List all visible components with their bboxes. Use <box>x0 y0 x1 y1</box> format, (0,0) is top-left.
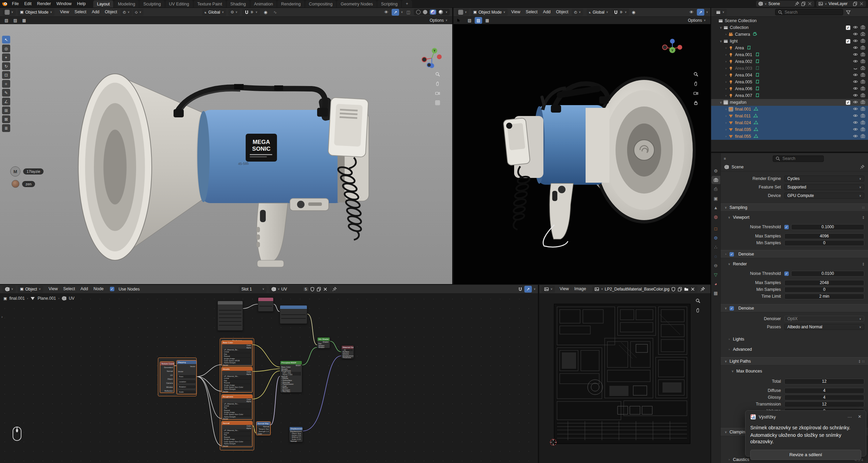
outliner-row-collection[interactable]: ∨Collection✓ <box>711 24 868 31</box>
value-noise-threshold[interactable]: 0.1000 <box>791 224 864 230</box>
tab-material[interactable]: ◕ <box>711 280 720 288</box>
show-overlays-toggle[interactable]: 👁 <box>382 9 390 16</box>
proportional-editing-toggle[interactable]: ◉ <box>630 9 637 16</box>
menu-image[interactable]: Image <box>572 285 589 293</box>
options-button-right[interactable]: Options∨ <box>686 18 708 23</box>
active-tool-cursor-icon[interactable] <box>456 18 461 23</box>
tab-object-data[interactable]: ▽ <box>711 270 720 279</box>
rcam-icon[interactable] <box>861 59 865 65</box>
include-checkbox[interactable]: ✓ <box>846 26 850 30</box>
transform-pivot-button[interactable]: ◴∨ <box>572 9 583 16</box>
node-unnamed[interactable] <box>258 297 274 312</box>
delete-viewlayer-icon[interactable] <box>859 1 864 6</box>
new-viewlayer-icon[interactable] <box>853 1 857 6</box>
pan-hand-icon[interactable] <box>693 81 698 86</box>
filter-funnel-icon[interactable] <box>846 10 851 15</box>
prop-light-paths[interactable]: ∨Light Paths‡ ∷ <box>721 357 868 365</box>
workspace-tab-rendering[interactable]: Rendering <box>277 0 305 8</box>
workspace-tab-animation[interactable]: Animation <box>250 0 277 8</box>
dropdown-passes[interactable]: Albedo and Normal∨ <box>784 324 864 330</box>
node-base-color[interactable]: Base ColorColorAlphaLP_Material_Ba...Lin… <box>222 341 252 366</box>
unlink-material-icon[interactable] <box>323 287 328 292</box>
menu-file[interactable]: File <box>9 0 21 8</box>
rcam-icon[interactable] <box>861 120 865 126</box>
rcam-icon[interactable] <box>861 45 865 51</box>
pan-hand-icon[interactable] <box>695 308 700 313</box>
eye-icon[interactable] <box>853 52 858 58</box>
rcam-icon[interactable] <box>861 100 865 105</box>
tab-constraints[interactable]: ⊖ <box>711 261 720 269</box>
workspace-tab-geometry-nodes[interactable]: Geometry Nodes <box>337 0 376 8</box>
tool-scale[interactable]: ⊡ <box>2 71 10 79</box>
shading-dropdown-icon[interactable]: ∨ <box>445 11 447 14</box>
outliner-row-area-005[interactable]: ›Area.005 <box>711 79 868 85</box>
menu-object[interactable]: Object <box>553 8 571 16</box>
prop-time-limit[interactable]: Time Limit2 min <box>724 293 864 299</box>
tool-mode-icon-3[interactable]: ▩ <box>20 17 28 24</box>
expand-arrow[interactable]: › <box>723 94 728 97</box>
zoom-icon[interactable] <box>693 72 698 77</box>
rcam-icon[interactable] <box>861 113 865 119</box>
menu-select[interactable]: Select <box>61 285 78 293</box>
prop-max-samples[interactable]: Max Samples2048 <box>724 280 864 286</box>
tab-tool[interactable]: ⚙ <box>711 167 720 175</box>
node-unnamed[interactable] <box>280 305 307 324</box>
workspace-tab-uv-editing[interactable]: UV Editing <box>165 0 193 8</box>
zoom-icon[interactable] <box>435 72 440 77</box>
rcam-icon[interactable] <box>861 134 865 139</box>
rcam-icon[interactable] <box>861 52 865 58</box>
eye-icon[interactable] <box>853 127 858 133</box>
outliner-row-area-007[interactable]: ›Area.007 <box>711 92 868 99</box>
workspace-tab-layout[interactable]: Layout <box>93 0 114 8</box>
eye-icon[interactable] <box>853 45 858 51</box>
prop-diffuse[interactable]: Diffuse4 <box>724 387 864 394</box>
workspace-tab-texture-paint[interactable]: Texture Paint <box>194 0 226 8</box>
value-noise-threshold[interactable]: 0.0100 <box>791 271 864 277</box>
workspace-tab-modeling[interactable]: Modeling <box>114 0 139 8</box>
transform-pivot-button[interactable]: ◴∨ <box>120 9 132 16</box>
value-min-samples[interactable]: 0 <box>784 240 864 246</box>
toggle-perspective-icon[interactable] <box>435 100 440 105</box>
prop-noise-threshold[interactable]: Noise Threshold✓0.1000 <box>724 224 864 230</box>
viewport-right-canvas[interactable]: Y <box>454 24 710 284</box>
node-header[interactable]: Mix Shader <box>317 337 330 341</box>
shading-wireframe-button[interactable] <box>416 10 421 14</box>
workspace-tab-shading[interactable]: Shading <box>227 0 250 8</box>
camera-view-icon[interactable] <box>693 91 698 96</box>
menu-view[interactable]: View <box>508 8 523 16</box>
outliner-row-area-003[interactable]: ›Area.003 <box>711 65 868 72</box>
rcam-disabled-icon[interactable] <box>861 66 865 71</box>
prop-total[interactable]: Total12 <box>724 378 864 384</box>
outliner-row-scene-collection[interactable]: Scene Collection <box>711 17 868 24</box>
eye-disabled-icon[interactable] <box>853 66 858 71</box>
prop-noise-threshold[interactable]: Noise Threshold✓0.0100 <box>724 270 864 277</box>
new-image-icon[interactable] <box>677 287 682 292</box>
snap-magnet-icon[interactable] <box>518 287 523 292</box>
eye-icon[interactable] <box>853 38 858 44</box>
outliner-row-megafon[interactable]: ∨megafon✓ <box>711 99 868 106</box>
rcam-icon[interactable] <box>861 38 865 44</box>
prop-denoise[interactable]: ∨✓Denoise <box>721 304 868 312</box>
tool-extrude[interactable]: ⊠ <box>2 115 10 123</box>
prop-sampling[interactable]: ∨Sampling∷ <box>721 203 868 212</box>
node-header[interactable]: Metallic <box>222 367 252 371</box>
shading-solid-button[interactable] <box>423 10 427 14</box>
tool-rotate[interactable]: ↻ <box>2 62 10 70</box>
camera-view-icon[interactable] <box>435 91 440 96</box>
orientation-dropdown[interactable]: ⟀Global∨ <box>587 9 611 16</box>
notification-close-button[interactable]: × <box>858 414 861 419</box>
zoom-icon[interactable] <box>695 298 700 303</box>
node-normal[interactable]: NormalColorAlphaLP_Material_No...LinearF… <box>222 421 252 447</box>
shader-type-dropdown[interactable]: ▣Object∨ <box>18 286 43 293</box>
menu-object[interactable]: Object <box>102 8 120 16</box>
node-material-output[interactable]: Material OutputAllSurfaceVolumeDisplacem… <box>341 345 354 359</box>
value-total[interactable]: 12 <box>784 379 864 384</box>
value-time-limit[interactable]: 2 min <box>784 294 864 299</box>
rcam-icon[interactable] <box>861 79 865 85</box>
outliner-row-area-004[interactable]: ›Area.004 <box>711 72 868 79</box>
snap-node-toggle[interactable]: ↗ <box>524 286 532 293</box>
node-normal-map[interactable]: Normal MapNormalTangent SpaceStrength 1.… <box>256 421 271 435</box>
expand-arrow[interactable]: › <box>723 33 728 36</box>
show-gizmo-toggle[interactable]: ↗ <box>697 9 704 16</box>
outliner-row-final-055[interactable]: ›final.055 <box>711 133 868 140</box>
